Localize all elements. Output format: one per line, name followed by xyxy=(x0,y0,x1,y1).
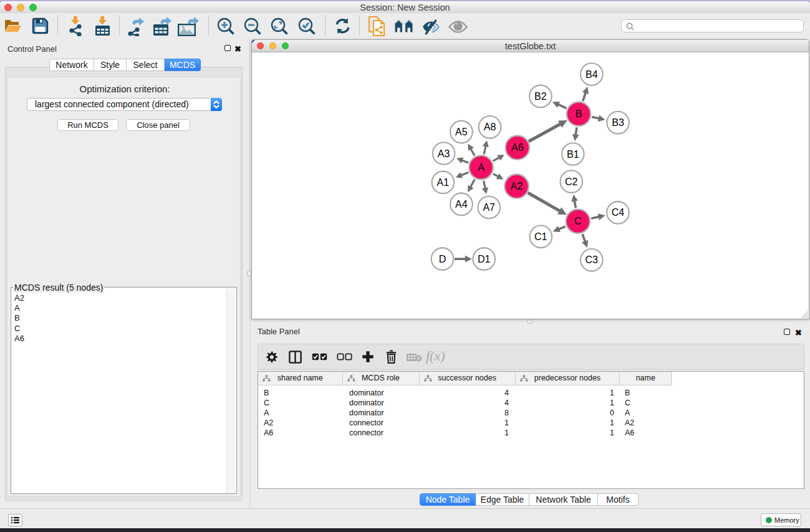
svg-text:C1: C1 xyxy=(534,231,547,242)
svg-text:A3: A3 xyxy=(438,148,450,159)
svg-text:A: A xyxy=(478,162,485,173)
svg-text:B1: B1 xyxy=(567,149,579,160)
svg-text:A1: A1 xyxy=(437,177,450,188)
svg-text:A4: A4 xyxy=(455,199,468,210)
svg-text:B3: B3 xyxy=(612,117,624,128)
svg-text:C: C xyxy=(574,216,582,226)
svg-text:C4: C4 xyxy=(612,207,625,218)
svg-text:A8: A8 xyxy=(484,122,496,132)
svg-text:A5: A5 xyxy=(455,127,468,137)
svg-text:A2: A2 xyxy=(511,181,523,191)
svg-text:B4: B4 xyxy=(586,69,598,80)
svg-text:D: D xyxy=(439,254,446,264)
svg-text:A7: A7 xyxy=(483,202,495,213)
svg-text:B: B xyxy=(576,109,582,119)
svg-text:A6: A6 xyxy=(511,142,524,153)
svg-text:D1: D1 xyxy=(478,254,491,264)
svg-text:C2: C2 xyxy=(565,177,578,187)
svg-text:C3: C3 xyxy=(586,254,599,265)
svg-text:B2: B2 xyxy=(534,91,547,102)
